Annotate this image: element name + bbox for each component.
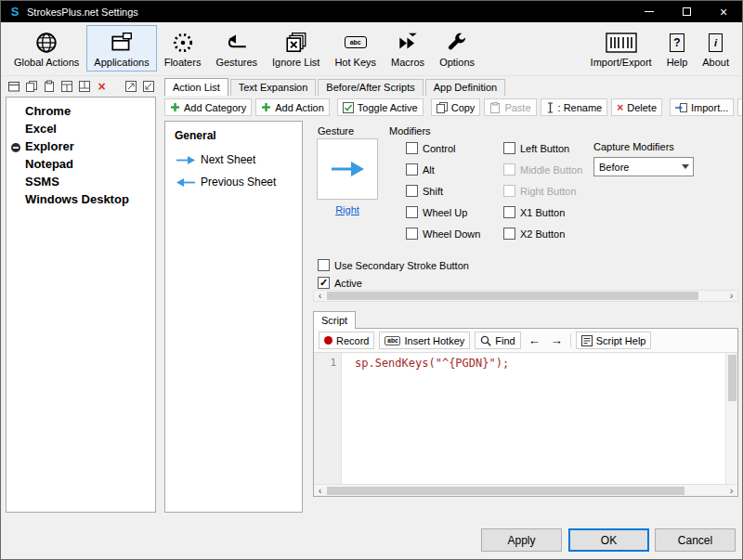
ribbon-item-import-export[interactable]: Import/Export [583,25,659,72]
scroll-left-icon[interactable]: ‹ [314,291,326,301]
insert-hotkey-button[interactable]: abc Insert Hotkey [379,332,470,349]
add-category-button[interactable]: Add Category [164,98,252,116]
app-list-item-notepad[interactable]: Notepad [7,155,155,173]
titlebar[interactable]: S StrokesPlus.net Settings × [1,1,742,22]
ribbon-item-floaters[interactable]: Floaters [157,25,209,72]
checkbox-box [503,228,515,240]
globe-icon [34,30,59,55]
ribbon-item-macros[interactable]: Macros [384,25,432,72]
hscroll-thumb[interactable] [327,292,698,300]
help-book-icon: ? [670,30,684,55]
app-list-item-windows-desktop[interactable]: Windows Desktop [7,190,155,208]
import-button[interactable]: Import... [670,98,734,116]
info-document-icon: i [709,30,723,55]
tree-item-next-sheet[interactable]: Next Sheet [176,153,255,166]
expand-panel-icon[interactable] [124,80,137,94]
ribbon-item-about[interactable]: i About [695,25,736,72]
scroll-right-icon[interactable]: › [725,486,737,496]
editor-hscrollbar[interactable]: ‹ › [314,484,737,496]
app-list-item-excel[interactable]: Excel [7,120,155,137]
delete-button[interactable]: × Delete [611,98,662,116]
checkbox-x2-button[interactable]: X2 Button [503,228,565,240]
scroll-right-icon[interactable]: › [725,291,737,301]
collapse-panel-icon[interactable] [141,80,155,94]
add-icon [170,102,180,112]
paste-button[interactable]: Paste [484,98,536,116]
checkbox-x1-button[interactable]: X1 Button [503,206,565,218]
capture-modifiers-label: Capture Modifiers [593,141,674,152]
ribbon-item-global-actions[interactable]: Global Actions [7,25,86,72]
checkbox-box [406,206,418,218]
checkbox-wheel-up[interactable]: Wheel Up [406,206,467,218]
tab-app-definition[interactable]: App Definition [425,79,506,96]
app-list-item-chrome[interactable]: Chrome [7,102,155,120]
toggle-active-button[interactable]: Toggle Active [337,98,424,116]
dotted-gear-icon [171,30,195,55]
ok-button[interactable]: OK [568,528,649,552]
import-icon [675,102,687,113]
cancel-button[interactable]: Cancel [655,528,736,552]
ribbon-item-ignore-list[interactable]: Ignore List [265,25,327,72]
rename-button[interactable]: : Rename [541,98,608,116]
ribbon-item-applications[interactable]: Applications [86,25,156,72]
modifiers-hscrollbar[interactable]: ‹ › [313,290,738,302]
checkbox-left-button[interactable]: Left Button [503,142,569,154]
minimize-button[interactable] [631,1,668,22]
hscroll-thumb[interactable] [327,487,684,495]
checkbox-alt[interactable]: Alt [406,163,435,176]
navigate-forward-icon[interactable]: → [548,334,566,346]
export-button[interactable]: Export... [737,98,743,116]
modifiers-group-label: Modifiers [389,125,431,137]
ribbon-item-hot-keys[interactable]: abc Hot Keys [327,25,384,72]
copy-button[interactable]: Copy [431,98,481,116]
delete-app-icon[interactable]: × [95,80,109,94]
checkbox-middle-button: Middle Button [503,163,582,176]
checkbox-active[interactable]: ✓Active [318,277,362,289]
script-help-button[interactable]: Script Help [576,332,652,349]
ribbon-item-options[interactable]: Options [432,25,482,72]
add-icon [261,102,271,112]
move-up-icon[interactable] [59,80,73,94]
collapse-minus-icon[interactable] [11,143,20,152]
close-button[interactable]: × [705,1,742,22]
find-button[interactable]: Find [475,332,520,349]
new-app-icon[interactable] [7,80,20,94]
navigate-back-icon[interactable]: ← [526,334,543,346]
capture-modifiers-select[interactable]: Before [593,157,694,176]
copy-app-icon[interactable] [24,80,38,94]
record-button[interactable]: Record [319,332,374,349]
ribbon-item-gestures[interactable]: Gestures [208,25,265,72]
tab-action-list[interactable]: Action List [164,78,228,96]
scroll-left-icon[interactable]: ‹ [314,486,326,496]
tree-category-general[interactable]: General [175,129,216,142]
search-icon [480,335,491,346]
app-list-item-ssms[interactable]: SSMS [7,173,155,190]
paste-app-icon[interactable] [42,80,56,94]
maximize-button[interactable] [668,1,705,22]
tab-script[interactable]: Script [313,311,356,329]
gesture-arrow-icon [331,162,364,176]
dropdown-arrow-zone[interactable] [677,158,693,176]
app-list-item-explorer[interactable]: Explorer [7,137,155,155]
checkbox-shift[interactable]: Shift [406,185,443,197]
main-tabstrip: Action List Text Expansion Before/After … [164,79,507,96]
code-line[interactable]: sp.SendKeys("^{PGDN}"); [355,357,509,370]
add-action-button[interactable]: Add Action [255,98,330,116]
ribbon-item-help[interactable]: ? Help [659,25,696,72]
apply-button[interactable]: Apply [481,528,562,552]
checkbox-secondary-stroke[interactable]: Use Secondary Stroke Button [318,259,469,271]
ribbon-label: Help [667,57,688,68]
ribbon-label: Ignore List [272,57,319,68]
list-icon [581,335,593,346]
wrench-icon [445,30,469,55]
move-down-icon[interactable] [77,80,91,94]
tab-text-expansion[interactable]: Text Expansion [230,79,317,96]
gesture-left-arrow-icon [176,178,195,187]
gesture-name-link[interactable]: Right [317,204,378,215]
tab-before-after-scripts[interactable]: Before/After Scripts [318,79,423,96]
vscroll-thumb[interactable] [728,355,736,401]
tree-item-previous-sheet[interactable]: Previous Sheet [176,176,276,189]
checkbox-wheel-down[interactable]: Wheel Down [406,228,480,240]
editor-vscrollbar[interactable] [725,353,737,486]
checkbox-control[interactable]: Control [406,142,455,154]
